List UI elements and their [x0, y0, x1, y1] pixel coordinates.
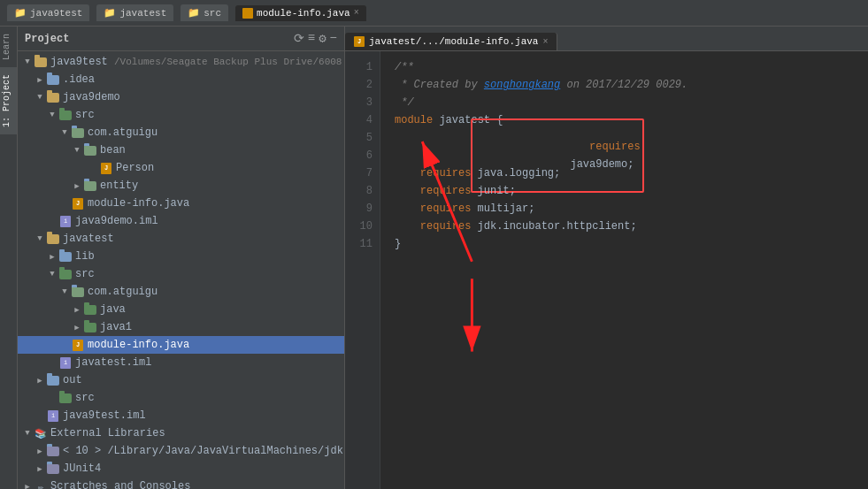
- tab-java9test-label: java9test: [30, 8, 82, 19]
- label-javatest-src: src: [75, 268, 344, 280]
- tree-item-java9demo[interactable]: ▼ java9demo: [18, 88, 344, 106]
- label-java1: java1: [100, 321, 344, 333]
- multijar-ref: multijar;: [471, 200, 534, 218]
- line-num-7: 7: [345, 164, 380, 182]
- panel-header: Project ⟳ ≡ ⚙ −: [18, 27, 344, 51]
- tree-item-java9demo-iml[interactable]: ▶ i java9demo.iml: [18, 212, 344, 230]
- line-num-10: 10: [345, 218, 380, 235]
- label-javatest: javatest: [63, 233, 344, 245]
- collapse-icon[interactable]: −: [330, 31, 337, 46]
- src-folder-icon-1: [58, 109, 73, 121]
- tree-item-person[interactable]: ▶ J Person: [18, 159, 344, 177]
- label-java9demo: java9demo: [63, 91, 344, 103]
- arrow-java9demo: ▼: [34, 93, 46, 102]
- tree-item-com-atguigu[interactable]: ▼ com.atguigu: [18, 124, 344, 141]
- tree-item-java9test-iml[interactable]: ▶ i java9test.iml: [18, 407, 344, 424]
- label-external-libs: External Libraries: [50, 427, 344, 439]
- keyword-requires-1: requires: [564, 141, 640, 153]
- arrow-out: ▶: [34, 376, 46, 386]
- tab-module-info[interactable]: module-info.java ×: [235, 5, 366, 21]
- scratches-icon: ✏: [34, 480, 48, 489]
- label-out: out: [63, 374, 344, 386]
- line-num-2: 2: [345, 76, 380, 94]
- arrow-java1: ▶: [71, 323, 83, 332]
- arrow-java9test: ▼: [21, 57, 34, 66]
- tree-item-javatest-src[interactable]: ▼ src: [18, 265, 344, 283]
- sidebar-tab-learn[interactable]: Learn: [0, 27, 17, 67]
- junit4-icon: [46, 462, 60, 475]
- sync-icon[interactable]: ⟳: [294, 31, 304, 46]
- tab-src[interactable]: 📁 src: [181, 4, 228, 21]
- tree-item-javatest-iml[interactable]: ▶ i javatest.iml: [18, 354, 344, 371]
- tree-item-external-libs[interactable]: ▼ 📚 External Libraries: [18, 424, 344, 442]
- tab-javatest[interactable]: 📁 javatest: [96, 4, 173, 21]
- label-person: Person: [116, 162, 344, 174]
- arrow-bean: ▼: [71, 146, 83, 155]
- label-module-info-java9demo: module-info.java: [88, 197, 344, 210]
- editor-tab-module-info[interactable]: J javatest/.../module-info.java ×: [345, 33, 557, 50]
- tab-close-icon[interactable]: ×: [354, 8, 359, 18]
- label-entity: entity: [100, 180, 344, 192]
- line-num-11: 11: [345, 235, 380, 253]
- editor-tab-close[interactable]: ×: [542, 37, 548, 47]
- line-num-5: 5: [345, 129, 380, 147]
- idea-folder-icon: [46, 73, 60, 86]
- label-com-atguigu-jt: com.atguigu: [88, 286, 344, 298]
- label-bean: bean: [100, 144, 344, 157]
- java9demo-folder-icon: [46, 91, 60, 103]
- tree-item-java1[interactable]: ▶ java1: [18, 318, 344, 336]
- src-folder-icon-2: [58, 268, 73, 280]
- lib-folder-icon: [58, 250, 73, 263]
- keyword-requires-2: requires: [395, 164, 471, 182]
- code-content[interactable]: /** * Created by songhongkang on 2017/12…: [380, 51, 868, 489]
- tab-module-info-label: module-info.java: [257, 8, 350, 19]
- tree-item-jdk10[interactable]: ▶ < 10 > /Library/Java/JavaVirtualMachin…: [18, 442, 344, 460]
- tree-item-javatest[interactable]: ▼ javatest: [18, 230, 344, 248]
- gear-icon[interactable]: ⚙: [319, 31, 326, 46]
- tree-item-java9demo-src[interactable]: ▼ src: [18, 106, 344, 124]
- arrow-scratches: ▶: [21, 482, 34, 490]
- arrow-java: ▶: [71, 305, 83, 315]
- tree-item-module-info-java9demo[interactable]: ▶ J module-info.java: [18, 195, 344, 212]
- tree-item-out-src[interactable]: ▶ src: [18, 389, 344, 407]
- keyword-requires-4: requires: [395, 200, 471, 218]
- label-java9demo-src: src: [75, 109, 344, 121]
- module-info-icon-1: J: [71, 197, 85, 210]
- label-jdk10: < 10 > /Library/Java/JavaVirtualMachines…: [63, 445, 344, 457]
- tree-item-java9test-root[interactable]: ▼ java9test /Volumes/Seagate Backup Plus…: [18, 53, 344, 71]
- package-icon-1: [71, 126, 85, 139]
- tree-item-out[interactable]: ▶ out: [18, 371, 344, 389]
- out-src-icon: [58, 392, 73, 404]
- tree-item-module-info-javatest[interactable]: ▶ J module-info.java: [18, 336, 344, 354]
- java9test-iml-icon: i: [46, 409, 60, 422]
- tree-item-lib[interactable]: ▶ lib: [18, 248, 344, 265]
- main-area: Learn 1: Project Project ⟳ ≡ ⚙ − ▼: [0, 27, 868, 489]
- tree-item-com-atguigu-jt[interactable]: ▼ com.atguigu: [18, 283, 344, 301]
- label-java9demo-iml: java9demo.iml: [75, 215, 344, 227]
- code-line-11: }: [395, 235, 854, 253]
- tree-item-idea[interactable]: ▶ .idea: [18, 71, 344, 88]
- line-num-1: 1: [345, 58, 380, 76]
- label-java9test-iml: java9test.iml: [63, 409, 344, 422]
- sidebar-tab-project[interactable]: 1: Project: [0, 67, 17, 134]
- tab-java9test[interactable]: 📁 java9test: [7, 4, 89, 21]
- line-num-8: 8: [345, 182, 380, 200]
- arrow-javatest-src: ▼: [46, 270, 58, 279]
- java9demo-ref: java9demo;: [564, 158, 634, 171]
- tree-item-bean[interactable]: ▼ bean: [18, 141, 344, 159]
- label-junit4: JUnit4: [63, 462, 344, 475]
- tab-javatest-label: javatest: [119, 8, 166, 19]
- settings-icon[interactable]: ≡: [308, 31, 315, 46]
- out-folder-icon: [46, 374, 60, 386]
- arrow-junit4: ▶: [34, 464, 46, 474]
- comment-1: /**: [395, 58, 414, 76]
- line-num-6: 6: [345, 147, 380, 164]
- tree-item-junit4[interactable]: ▶ JUnit4: [18, 460, 344, 478]
- tree-item-scratches[interactable]: ▶ ✏ Scratches and Consoles: [18, 478, 344, 489]
- label-lib: lib: [75, 250, 344, 263]
- code-line-10: requires jdk.incubator.httpclient;: [395, 218, 854, 235]
- tree-item-entity[interactable]: ▶ entity: [18, 177, 344, 195]
- code-container: 1 2 3 4 5 6 7 8 9 10 11 /** * Created b: [345, 51, 868, 489]
- tree-view[interactable]: ▼ java9test /Volumes/Seagate Backup Plus…: [18, 51, 344, 489]
- tree-item-java[interactable]: ▶ java: [18, 301, 344, 318]
